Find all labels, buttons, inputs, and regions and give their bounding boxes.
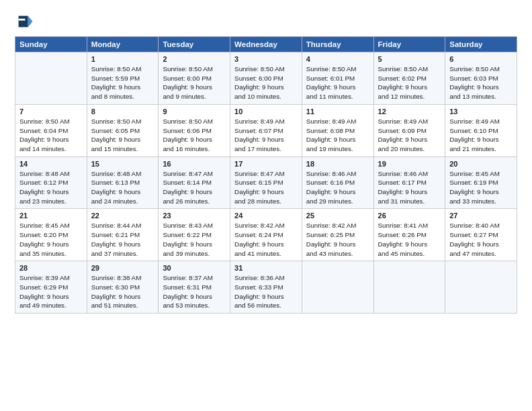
day-info: Sunrise: 8:41 AM Sunset: 6:26 PM Dayligh… <box>378 221 441 258</box>
weekday-header: Wednesday <box>230 37 302 52</box>
day-number: 10 <box>234 107 298 116</box>
calendar-week-row: 21Sunrise: 8:45 AM Sunset: 6:20 PM Dayli… <box>15 209 517 261</box>
calendar-cell: 2Sunrise: 8:50 AM Sunset: 6:00 PM Daylig… <box>159 52 230 105</box>
weekday-header: Thursday <box>302 37 373 52</box>
calendar-cell: 9Sunrise: 8:50 AM Sunset: 6:06 PM Daylig… <box>159 104 230 156</box>
calendar-cell: 22Sunrise: 8:44 AM Sunset: 6:21 PM Dayli… <box>87 209 159 261</box>
weekday-header: Sunday <box>15 37 87 52</box>
calendar-cell: 24Sunrise: 8:42 AM Sunset: 6:24 PM Dayli… <box>230 209 302 261</box>
day-info: Sunrise: 8:45 AM Sunset: 6:19 PM Dayligh… <box>449 169 513 206</box>
calendar-cell: 11Sunrise: 8:49 AM Sunset: 6:08 PM Dayli… <box>302 104 373 156</box>
calendar-cell: 12Sunrise: 8:49 AM Sunset: 6:09 PM Dayli… <box>373 104 445 156</box>
calendar-cell: 14Sunrise: 8:48 AM Sunset: 6:12 PM Dayli… <box>15 156 87 209</box>
day-info: Sunrise: 8:50 AM Sunset: 6:02 PM Dayligh… <box>378 64 441 101</box>
day-number: 28 <box>19 264 83 272</box>
calendar-cell: 27Sunrise: 8:40 AM Sunset: 6:27 PM Dayli… <box>445 209 517 261</box>
calendar-cell <box>445 261 517 314</box>
day-info: Sunrise: 8:42 AM Sunset: 6:24 PM Dayligh… <box>234 221 298 258</box>
day-number: 2 <box>163 55 226 63</box>
day-info: Sunrise: 8:50 AM Sunset: 6:01 PM Dayligh… <box>306 64 369 101</box>
day-number: 3 <box>234 55 298 63</box>
calendar-cell: 30Sunrise: 8:37 AM Sunset: 6:31 PM Dayli… <box>159 261 230 314</box>
day-info: Sunrise: 8:37 AM Sunset: 6:31 PM Dayligh… <box>163 273 226 310</box>
calendar-cell: 19Sunrise: 8:46 AM Sunset: 6:17 PM Dayli… <box>373 156 445 209</box>
day-number: 30 <box>163 264 226 272</box>
calendar-cell: 23Sunrise: 8:43 AM Sunset: 6:22 PM Dayli… <box>159 209 230 261</box>
day-info: Sunrise: 8:40 AM Sunset: 6:27 PM Dayligh… <box>449 221 513 258</box>
day-info: Sunrise: 8:36 AM Sunset: 6:33 PM Dayligh… <box>234 273 298 310</box>
day-info: Sunrise: 8:47 AM Sunset: 6:15 PM Dayligh… <box>234 169 298 206</box>
day-number: 12 <box>378 107 441 116</box>
day-number: 21 <box>19 212 83 220</box>
calendar-cell: 21Sunrise: 8:45 AM Sunset: 6:20 PM Dayli… <box>15 209 87 261</box>
calendar-cell: 1Sunrise: 8:50 AM Sunset: 5:59 PM Daylig… <box>87 52 159 105</box>
header <box>15 12 517 31</box>
day-number: 26 <box>378 212 441 220</box>
day-info: Sunrise: 8:50 AM Sunset: 6:03 PM Dayligh… <box>449 64 513 101</box>
calendar-cell: 20Sunrise: 8:45 AM Sunset: 6:19 PM Dayli… <box>445 156 517 209</box>
day-info: Sunrise: 8:48 AM Sunset: 6:13 PM Dayligh… <box>91 169 154 206</box>
day-info: Sunrise: 8:50 AM Sunset: 6:00 PM Dayligh… <box>234 64 298 101</box>
weekday-header: Monday <box>87 37 159 52</box>
calendar-week-row: 14Sunrise: 8:48 AM Sunset: 6:12 PM Dayli… <box>15 156 517 209</box>
weekday-header-row: SundayMondayTuesdayWednesdayThursdayFrid… <box>15 37 517 52</box>
day-info: Sunrise: 8:47 AM Sunset: 6:14 PM Dayligh… <box>163 169 226 206</box>
day-number: 14 <box>19 160 83 168</box>
day-info: Sunrise: 8:38 AM Sunset: 6:30 PM Dayligh… <box>91 273 154 310</box>
calendar-cell: 8Sunrise: 8:50 AM Sunset: 6:05 PM Daylig… <box>87 104 159 156</box>
day-info: Sunrise: 8:49 AM Sunset: 6:08 PM Dayligh… <box>306 117 369 154</box>
day-info: Sunrise: 8:43 AM Sunset: 6:22 PM Dayligh… <box>163 221 226 258</box>
day-info: Sunrise: 8:50 AM Sunset: 6:05 PM Dayligh… <box>91 117 154 154</box>
day-info: Sunrise: 8:39 AM Sunset: 6:29 PM Dayligh… <box>19 273 83 310</box>
calendar-cell: 7Sunrise: 8:50 AM Sunset: 6:04 PM Daylig… <box>15 104 87 156</box>
calendar-cell: 13Sunrise: 8:49 AM Sunset: 6:10 PM Dayli… <box>445 104 517 156</box>
day-info: Sunrise: 8:42 AM Sunset: 6:25 PM Dayligh… <box>306 221 369 258</box>
day-number: 29 <box>91 264 154 272</box>
day-number: 27 <box>449 212 513 220</box>
calendar-cell: 16Sunrise: 8:47 AM Sunset: 6:14 PM Dayli… <box>159 156 230 209</box>
svg-rect-1 <box>19 16 28 28</box>
day-number: 25 <box>306 212 369 220</box>
day-number: 19 <box>378 160 441 168</box>
day-number: 11 <box>306 107 369 116</box>
day-info: Sunrise: 8:48 AM Sunset: 6:12 PM Dayligh… <box>19 169 83 206</box>
weekday-header: Tuesday <box>159 37 230 52</box>
calendar-cell: 25Sunrise: 8:42 AM Sunset: 6:25 PM Dayli… <box>302 209 373 261</box>
calendar-cell: 4Sunrise: 8:50 AM Sunset: 6:01 PM Daylig… <box>302 52 373 105</box>
day-number: 4 <box>306 55 369 63</box>
weekday-header: Saturday <box>445 37 517 52</box>
day-number: 15 <box>91 160 154 168</box>
day-number: 23 <box>163 212 226 220</box>
svg-marker-0 <box>28 16 33 28</box>
day-number: 8 <box>91 107 154 116</box>
calendar-week-row: 7Sunrise: 8:50 AM Sunset: 6:04 PM Daylig… <box>15 104 517 156</box>
day-number: 20 <box>449 160 513 168</box>
calendar-cell <box>302 261 373 314</box>
day-info: Sunrise: 8:46 AM Sunset: 6:17 PM Dayligh… <box>378 169 441 206</box>
calendar-cell: 5Sunrise: 8:50 AM Sunset: 6:02 PM Daylig… <box>373 52 445 105</box>
day-number: 22 <box>91 212 154 220</box>
day-info: Sunrise: 8:50 AM Sunset: 6:06 PM Dayligh… <box>163 117 226 154</box>
day-info: Sunrise: 8:50 AM Sunset: 5:59 PM Dayligh… <box>91 64 154 101</box>
calendar-cell: 17Sunrise: 8:47 AM Sunset: 6:15 PM Dayli… <box>230 156 302 209</box>
calendar-cell: 15Sunrise: 8:48 AM Sunset: 6:13 PM Dayli… <box>87 156 159 209</box>
calendar-cell <box>373 261 445 314</box>
calendar-cell <box>15 52 87 105</box>
calendar-cell: 3Sunrise: 8:50 AM Sunset: 6:00 PM Daylig… <box>230 52 302 105</box>
svg-marker-2 <box>19 19 26 21</box>
day-number: 16 <box>163 160 226 168</box>
weekday-header: Friday <box>373 37 445 52</box>
calendar-cell: 26Sunrise: 8:41 AM Sunset: 6:26 PM Dayli… <box>373 209 445 261</box>
logo-icon <box>15 12 34 31</box>
calendar-week-row: 28Sunrise: 8:39 AM Sunset: 6:29 PM Dayli… <box>15 261 517 314</box>
calendar-cell: 10Sunrise: 8:49 AM Sunset: 6:07 PM Dayli… <box>230 104 302 156</box>
day-info: Sunrise: 8:49 AM Sunset: 6:07 PM Dayligh… <box>234 117 298 154</box>
page: SundayMondayTuesdayWednesdayThursdayFrid… <box>0 0 532 411</box>
calendar-cell: 28Sunrise: 8:39 AM Sunset: 6:29 PM Dayli… <box>15 261 87 314</box>
day-info: Sunrise: 8:49 AM Sunset: 6:09 PM Dayligh… <box>378 117 441 154</box>
day-info: Sunrise: 8:49 AM Sunset: 6:10 PM Dayligh… <box>449 117 513 154</box>
day-number: 24 <box>234 212 298 220</box>
day-number: 7 <box>19 107 83 116</box>
calendar-week-row: 1Sunrise: 8:50 AM Sunset: 5:59 PM Daylig… <box>15 52 517 105</box>
calendar-cell: 31Sunrise: 8:36 AM Sunset: 6:33 PM Dayli… <box>230 261 302 314</box>
